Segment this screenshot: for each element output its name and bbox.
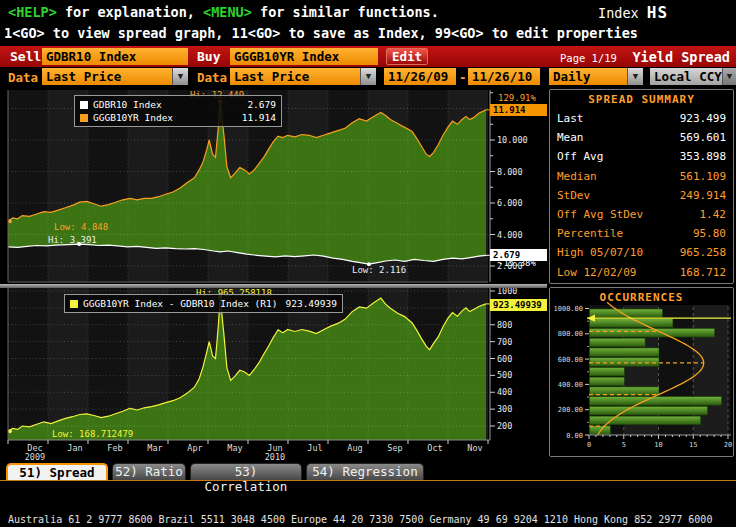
spread-summary-panel: SPREAD SUMMARY Last923.499 Mean569.601 O… bbox=[549, 89, 734, 284]
date-to-field[interactable]: 11/26/10 bbox=[468, 68, 540, 85]
bottom-chart-legend: GGGB10YR Index - GDBR10 Index (R1)923.49… bbox=[64, 294, 343, 313]
tab-bar: 51) Spread 52) Ratio 53) Correlation 54)… bbox=[0, 462, 736, 480]
help-text: for explanation, bbox=[57, 4, 203, 20]
date-range-separator: - bbox=[459, 70, 467, 85]
chevron-down-icon[interactable]: ▼ bbox=[172, 68, 188, 85]
german-low-marker-label: Low: 2.116 bbox=[352, 265, 406, 275]
last-value-tag-spread: 923.49939 bbox=[490, 299, 547, 311]
sell-label: Sell bbox=[10, 49, 41, 64]
edit-button[interactable]: Edit bbox=[386, 48, 428, 65]
currency-select[interactable]: Local CCY bbox=[650, 68, 722, 85]
tab-regression[interactable]: 54) Regression bbox=[306, 463, 424, 480]
help-key[interactable]: <HELP> bbox=[8, 4, 57, 20]
histogram-bar bbox=[590, 328, 715, 337]
last-value-tag-german: 2.679 bbox=[490, 249, 547, 261]
histogram-bar bbox=[590, 416, 701, 425]
histogram-bar bbox=[590, 397, 722, 406]
month-label: Aug bbox=[347, 443, 362, 453]
date-from-field[interactable]: 11/26/09 bbox=[384, 68, 456, 85]
histogram-bar bbox=[590, 358, 660, 367]
axis-tick-label: 4.000 bbox=[497, 230, 523, 240]
axis-tick-label: 800 bbox=[497, 320, 512, 330]
summary-row: Off Avg353.898 bbox=[550, 147, 733, 166]
data-source-select-2[interactable]: Last Price bbox=[230, 68, 360, 85]
menu-key[interactable]: <MENU> bbox=[203, 4, 252, 20]
histogram-bar bbox=[590, 426, 611, 435]
sell-security-field[interactable]: GDBR10 Index bbox=[42, 48, 188, 65]
axis-tick-label: 20 bbox=[724, 441, 732, 449]
data-label-1: Data bbox=[8, 70, 38, 85]
axis-tick-label: 5 bbox=[622, 441, 626, 449]
occurrences-histogram[interactable]: 0.00200.00400.00600.00800.001000.0005101… bbox=[550, 301, 733, 456]
stat-value: 95.80 bbox=[693, 224, 726, 243]
month-label: Sep bbox=[387, 443, 402, 453]
summary-row: Low 12/02/09168.712 bbox=[550, 263, 733, 282]
spread-summary-rows: Last923.499 Mean569.601 Off Avg353.898 M… bbox=[550, 109, 733, 282]
occurrences-panel: OCCURRENCES 0.00200.00400.00600.00800.00… bbox=[549, 287, 734, 457]
chevron-down-icon[interactable]: ▼ bbox=[722, 68, 736, 85]
axis-tick-label: 600 bbox=[497, 354, 512, 364]
spread-low-marker-label: Low: 168.712479 bbox=[52, 429, 133, 439]
security-toolbar: Sell GDBR10 Index Buy GGGB10YR Index Edi… bbox=[0, 46, 736, 67]
stat-value: 353.898 bbox=[680, 147, 726, 166]
month-label: Apr bbox=[187, 443, 202, 453]
stat-value: 569.601 bbox=[680, 128, 726, 147]
axis-tick-label: 8.000 bbox=[497, 167, 523, 177]
stat-label: High 05/07/10 bbox=[557, 246, 643, 259]
stat-label: Median bbox=[557, 170, 597, 183]
histogram-bar bbox=[590, 367, 625, 376]
stat-label: Low 12/02/09 bbox=[557, 266, 636, 279]
top-chart-legend: GDBR10 Index2.679 GGGB10YR Index11.914 bbox=[74, 95, 282, 127]
spread-summary-title: SPREAD SUMMARY bbox=[550, 93, 733, 106]
options-toolbar: Data Last Price ▼ Data Last Price ▼ 11/2… bbox=[0, 67, 736, 87]
axis-tick-label: 200 bbox=[497, 421, 512, 431]
greek-low-marker-label: Low: 4.848 bbox=[54, 222, 108, 232]
stat-label: Percentile bbox=[557, 227, 623, 240]
series-name: GDBR10 Index bbox=[93, 99, 162, 110]
month-label: Mar bbox=[147, 443, 162, 453]
series-last-value: 2.679 bbox=[247, 99, 276, 110]
summary-row: Mean569.601 bbox=[550, 128, 733, 147]
stat-value: 965.258 bbox=[680, 243, 726, 262]
stat-value: 249.914 bbox=[680, 186, 726, 205]
series-name: GGGB10YR Index bbox=[93, 112, 173, 123]
axis-tick-label: 400 bbox=[497, 387, 512, 397]
pct-change-up-label: 129.91% bbox=[489, 93, 545, 103]
stat-label: StDev bbox=[557, 189, 590, 202]
summary-row: High 05/07/10965.258 bbox=[550, 243, 733, 262]
histogram-bar bbox=[590, 319, 673, 328]
series-last-value: 11.914 bbox=[242, 112, 276, 123]
tab-ratio[interactable]: 52) Ratio bbox=[112, 463, 186, 480]
summary-row: Median561.109 bbox=[550, 167, 733, 186]
axis-tick-label: 600.00 bbox=[558, 356, 583, 364]
stat-label: Last bbox=[557, 112, 584, 125]
tab-correlation[interactable]: 53) Correlation bbox=[190, 463, 302, 480]
data-source-select-1[interactable]: Last Price bbox=[42, 68, 172, 85]
extreme-marker-dot bbox=[8, 219, 12, 223]
tab-spread[interactable]: 51) Spread bbox=[6, 463, 108, 480]
histogram-bar bbox=[590, 348, 660, 357]
last-value-tag-greek: 11.914 bbox=[490, 104, 547, 116]
buy-security-field[interactable]: GGGB10YR Index bbox=[230, 48, 378, 65]
axis-tick-label: 1000.00 bbox=[553, 305, 583, 313]
function-code: HS bbox=[647, 3, 668, 22]
axis-tick-label: 10 bbox=[654, 441, 662, 449]
chevron-down-icon[interactable]: ▼ bbox=[627, 68, 643, 85]
histogram-bar bbox=[590, 406, 708, 415]
histogram-bar bbox=[590, 338, 646, 347]
chevron-down-icon[interactable]: ▼ bbox=[360, 68, 376, 85]
year-label: 2010 bbox=[265, 452, 285, 462]
axis-tick-label: 10.000 bbox=[497, 135, 528, 145]
month-label: May bbox=[227, 443, 242, 453]
axis-tick-label: 0.00 bbox=[566, 432, 583, 440]
period-select[interactable]: Daily bbox=[549, 68, 627, 85]
axis-tick-label: 6.000 bbox=[497, 198, 523, 208]
buy-label: Buy bbox=[197, 49, 220, 64]
axis-tick-label: 400.00 bbox=[558, 381, 583, 389]
stat-label: Off Avg StDev bbox=[557, 208, 643, 221]
index-label: Index bbox=[598, 5, 647, 21]
axis-tick-label: 1000 bbox=[497, 288, 517, 296]
month-label: Feb bbox=[107, 443, 122, 453]
menu-text: for similar functions. bbox=[252, 4, 439, 20]
axis-tick-label: 300 bbox=[497, 404, 512, 414]
